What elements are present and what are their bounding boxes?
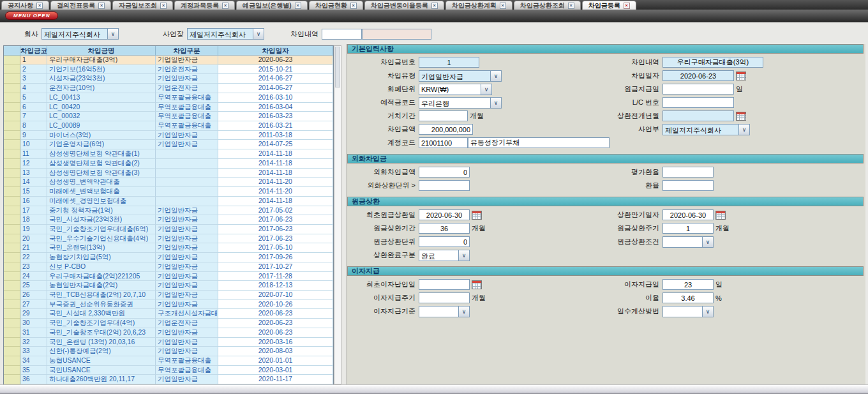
cell-name[interactable]: 부국증권_선순위유동화증권 xyxy=(47,300,156,310)
cell-code[interactable]: 20 xyxy=(20,234,47,244)
cell-code[interactable]: 2 xyxy=(20,65,47,75)
cell-code[interactable]: 18 xyxy=(20,215,47,225)
repay-condition-select[interactable]: ∨ xyxy=(662,236,714,248)
cell-type[interactable]: 기업일반자금 xyxy=(156,262,218,272)
row-selector-cell[interactable] xyxy=(4,197,20,206)
day-count-method-select[interactable]: ∨ xyxy=(662,306,714,317)
cell-code[interactable]: 33 xyxy=(20,347,47,356)
cell-date[interactable]: 2015-10-21 xyxy=(218,65,333,75)
calendar-icon[interactable] xyxy=(715,211,726,220)
cell-code[interactable]: 17 xyxy=(20,206,47,216)
table-row[interactable]: 12삼성생명단체보험 약관대출(2)2014-11-18 xyxy=(4,159,333,169)
cell-date[interactable]: 2014-11-18 xyxy=(218,159,333,169)
table-row[interactable]: 4운전자금(10억)기업운전자금2014-06-27 xyxy=(4,84,333,93)
cell-name[interactable]: 농협USANCE xyxy=(47,356,156,366)
repay-period-field[interactable] xyxy=(419,223,470,234)
tab-close-icon[interactable]: × xyxy=(350,3,357,9)
table-row[interactable]: 16미래에셋_경영인보험대출2014-11-18 xyxy=(4,197,333,206)
table-row[interactable]: 36하나대출260백만원 20,11,17기업일반자금2020-11-17 xyxy=(4,375,333,384)
cell-name[interactable]: 삼성생명단체보험 약관대출(1) xyxy=(47,149,156,159)
row-selector-cell[interactable] xyxy=(4,234,20,244)
cell-code[interactable]: 3 xyxy=(20,74,47,84)
row-selector-cell[interactable] xyxy=(4,140,20,149)
table-row[interactable]: 32국민_온랜딩 (13억) 20,03,16기업일반자금2020-03-16 xyxy=(4,338,333,347)
cell-type[interactable]: 기업운전자금 xyxy=(156,65,218,75)
cell-name[interactable]: 기업기보(16억5천) xyxy=(47,65,156,75)
scrollbar-thumb[interactable] xyxy=(335,47,340,87)
cell-type[interactable]: 무역포괄금융대출 xyxy=(156,103,218,112)
currency-select[interactable]: KRW(₩) ∨ xyxy=(419,84,492,95)
cell-type[interactable] xyxy=(156,178,218,187)
cell-code[interactable]: 12 xyxy=(20,159,47,169)
calendar-icon[interactable] xyxy=(736,112,746,121)
row-selector-cell[interactable] xyxy=(4,74,20,84)
cell-code[interactable]: 5 xyxy=(20,93,47,103)
repay-unit-field[interactable] xyxy=(419,236,470,247)
eval-rate-field[interactable] xyxy=(662,167,714,178)
calendar-icon[interactable] xyxy=(736,72,746,80)
exchange-rate-field[interactable] xyxy=(662,180,714,191)
loan-desc-filter-input[interactable] xyxy=(322,29,362,40)
cell-code[interactable]: 23 xyxy=(20,262,47,272)
cell-name[interactable]: 국민USANCE xyxy=(47,366,156,375)
cell-name[interactable]: 미래에셋_변액보험대출 xyxy=(47,187,156,197)
cell-type[interactable]: 기업일반자금 xyxy=(156,225,218,234)
table-row[interactable]: 1우리구매자금대출(3억)기업일반자금2020-06-23 xyxy=(4,56,333,65)
loan-amount-field[interactable] xyxy=(419,124,473,135)
cell-name[interactable]: 국민_TCB신용대출(2억) 20,7,10 xyxy=(47,291,156,300)
menu-open-button[interactable]: MENU OPEN xyxy=(5,11,58,20)
cell-name[interactable]: 국민_시설대 2,330백만원 xyxy=(47,309,156,319)
table-row[interactable]: 17중기청 정책자금(1억)기업일반자금2017-05-02 xyxy=(4,206,333,216)
row-selector-cell[interactable] xyxy=(4,169,20,178)
cell-type[interactable]: 무역포괄금융대출 xyxy=(156,112,218,121)
cell-name[interactable]: 국민_기술창조기업우대(4억) xyxy=(47,319,156,328)
cell-date[interactable]: 2017-05-10 xyxy=(218,243,333,253)
tab-close-icon[interactable]: × xyxy=(98,3,105,9)
cell-date[interactable]: 2011-03-18 xyxy=(218,131,333,140)
row-selector-cell[interactable] xyxy=(4,356,20,366)
cell-date[interactable]: 2020-07-10 xyxy=(218,291,333,300)
cell-name[interactable]: 국민_시설자금(23억3천) xyxy=(47,215,156,225)
tab-4[interactable]: 계정과목등록× xyxy=(174,1,235,10)
cell-type[interactable]: 기업일반자금 xyxy=(156,338,218,347)
cell-name[interactable]: 삼성생명_변액약관대출 xyxy=(47,178,156,187)
cell-date[interactable]: 2020-03-16 xyxy=(218,338,333,347)
tab-2[interactable]: 결의전표등록× xyxy=(50,1,111,10)
first-repay-date-field[interactable] xyxy=(419,209,470,220)
row-selector-cell[interactable] xyxy=(4,319,20,328)
cell-type[interactable]: 기업일반자금 xyxy=(156,56,218,65)
cell-type[interactable]: 기업일반자금 xyxy=(156,272,218,282)
row-selector-cell[interactable] xyxy=(4,253,20,262)
table-row[interactable]: 18국민_시설자금(23억3천)기업일반자금2017-06-23 xyxy=(4,215,333,225)
cell-type[interactable]: 기업일반자금 xyxy=(156,243,218,253)
tab-close-icon[interactable]: × xyxy=(568,3,574,9)
cell-type[interactable]: 구조개선시설자금대출 xyxy=(156,309,218,319)
table-row[interactable]: 2기업기보(16억5천)기업운전자금2015-10-21 xyxy=(4,65,333,75)
row-selector-cell[interactable] xyxy=(4,338,20,347)
table-row[interactable]: 31국민_기술창조우대(2억) 20,6,23기업일반자금2020-06-23 xyxy=(4,328,333,338)
cell-type[interactable]: 기업일반자금 xyxy=(156,347,218,356)
cell-date[interactable]: 2020-08-03 xyxy=(218,347,333,356)
row-selector-cell[interactable] xyxy=(4,103,20,112)
table-row[interactable]: 26국민_TCB신용대출(2억) 20,7,10기업일반자금2020-07-10 xyxy=(4,291,333,300)
row-selector-cell[interactable] xyxy=(4,56,20,65)
cell-date[interactable]: 2020-06-23 xyxy=(218,328,333,338)
cell-type[interactable]: 기업일반자금 xyxy=(156,375,218,384)
cell-name[interactable]: 국민_온랜딩 (13억) 20,03,16 xyxy=(47,338,156,347)
tab-10[interactable]: 차입금등록× xyxy=(582,1,636,10)
tab-8[interactable]: 차입금상환계획× xyxy=(445,1,513,10)
cell-type[interactable]: 기업일반자금 xyxy=(156,328,218,338)
cell-name[interactable]: LC_00089 xyxy=(47,121,156,131)
company-select[interactable]: 제일저지주식회사 ∨ xyxy=(41,28,119,40)
cell-date[interactable]: 2017-05-02 xyxy=(218,206,333,216)
table-row[interactable]: 30국민_기술창조기업우대(4억)기업운전자금2020-06-23 xyxy=(4,319,333,328)
table-row[interactable]: 11삼성생명단체보험 약관대출(1)2014-11-18 xyxy=(4,149,333,159)
table-row[interactable]: 21국민_온랜딩(13억)기업일반자금2017-05-10 xyxy=(4,243,333,253)
cell-code[interactable]: 15 xyxy=(20,187,47,197)
row-selector-cell[interactable] xyxy=(4,347,20,356)
cell-type[interactable]: 무역포괄금융대출 xyxy=(156,356,218,366)
tab-9[interactable]: 차입금상환조회× xyxy=(514,1,581,10)
cell-type[interactable]: 기업일반자금 xyxy=(156,291,218,300)
cell-name[interactable]: 신한(-)통장예금(2억) xyxy=(47,347,156,356)
row-selector-cell[interactable] xyxy=(4,272,20,282)
